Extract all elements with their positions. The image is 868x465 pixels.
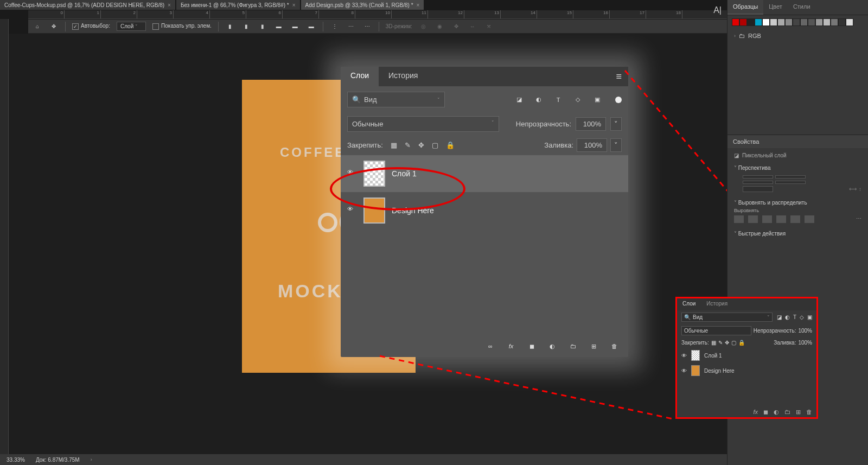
tab-history[interactable]: История bbox=[379, 67, 427, 86]
visibility-icon[interactable]: 👁 bbox=[347, 206, 357, 215]
flip-v-icon[interactable]: ↕ bbox=[859, 186, 861, 192]
lock-paint-icon[interactable]: ✎ bbox=[718, 340, 723, 346]
delete-layer-icon[interactable]: 🗑 bbox=[609, 341, 620, 352]
align-left-icon[interactable]: ▮ bbox=[225, 22, 235, 31]
filter-shape-icon[interactable]: ◇ bbox=[800, 314, 804, 320]
align-top-icon[interactable]: ▬ bbox=[274, 22, 284, 31]
section-quick[interactable]: Быстрые действия bbox=[734, 228, 861, 239]
swatch[interactable] bbox=[846, 18, 853, 26]
fill-flyout[interactable]: ˅ bbox=[610, 138, 622, 152]
lock-artboard-icon[interactable]: ▢ bbox=[432, 141, 438, 149]
lock-transparency-icon[interactable]: ▦ bbox=[391, 141, 397, 149]
layer-row[interactable]: 👁 Design Here bbox=[341, 192, 628, 229]
zoom-level[interactable]: 33.33% bbox=[7, 457, 25, 463]
swatch[interactable] bbox=[815, 18, 823, 26]
swatch[interactable] bbox=[755, 18, 762, 26]
layer-name[interactable]: Design Here bbox=[704, 368, 735, 374]
group-icon[interactable]: 🗀 bbox=[567, 341, 578, 352]
adjustment-layer-icon[interactable]: ◐ bbox=[547, 341, 558, 352]
close-icon[interactable]: × bbox=[168, 2, 171, 8]
filter-adjustment-icon[interactable]: ◐ bbox=[534, 95, 544, 105]
align-center-v-icon[interactable]: ▬ bbox=[290, 22, 300, 31]
new-layer-icon[interactable]: ⊞ bbox=[796, 409, 801, 416]
width-field[interactable] bbox=[743, 175, 773, 179]
filter-pixel-icon[interactable]: ◪ bbox=[777, 314, 782, 320]
layer-name[interactable]: Слой 1 bbox=[704, 353, 722, 359]
angle-field[interactable] bbox=[743, 186, 773, 192]
layer-row[interactable]: 👁 Слой 1 bbox=[341, 155, 628, 192]
align-btn[interactable] bbox=[748, 215, 758, 223]
align-center-h-icon[interactable]: ▮ bbox=[241, 22, 251, 31]
document-tab[interactable]: Add Design.psb @ 33,3% (Слой 1, RGB/8) *… bbox=[301, 0, 424, 10]
blend-mode-dropdown[interactable]: Обычные bbox=[681, 326, 751, 335]
visibility-icon[interactable]: 👁 bbox=[681, 368, 687, 374]
lock-all-icon[interactable]: 🔒 bbox=[738, 340, 745, 346]
tab-color[interactable]: Цвет bbox=[763, 0, 788, 15]
visibility-icon[interactable]: 👁 bbox=[681, 353, 687, 359]
document-tab[interactable]: Coffee-Cups-Mockup.psd @ 16,7% (ADD DESI… bbox=[0, 0, 175, 10]
align-btn[interactable] bbox=[734, 215, 744, 223]
align-btn[interactable] bbox=[790, 215, 800, 223]
lock-transparency-icon[interactable]: ▦ bbox=[711, 340, 716, 346]
swatch[interactable] bbox=[785, 18, 793, 26]
lock-position-icon[interactable]: ✥ bbox=[725, 340, 729, 346]
opacity-value[interactable]: 100% bbox=[576, 117, 606, 131]
filter-smart-icon[interactable]: ▣ bbox=[807, 314, 812, 320]
filter-adjustment-icon[interactable]: ◐ bbox=[785, 314, 790, 320]
swatch[interactable] bbox=[762, 18, 770, 26]
layer-row[interactable]: 👁 Слой 1 bbox=[677, 348, 816, 363]
link-layers-icon[interactable]: ∞ bbox=[485, 341, 496, 352]
scale-icon[interactable]: ⤧ bbox=[484, 22, 494, 31]
tab-layers[interactable]: Слои bbox=[341, 67, 379, 86]
layer-thumbnail[interactable] bbox=[691, 365, 700, 376]
layer-search[interactable]: 🔍Вид˅ bbox=[681, 313, 773, 322]
layer-mask-icon[interactable]: ◼ bbox=[526, 341, 537, 352]
align-btn[interactable] bbox=[762, 215, 772, 223]
y-field[interactable] bbox=[775, 181, 806, 184]
tab-swatches[interactable]: Образцы bbox=[727, 0, 763, 15]
swatch[interactable] bbox=[831, 18, 838, 26]
fill-value[interactable]: 100% bbox=[798, 340, 812, 346]
move-tool-icon[interactable]: ✥ bbox=[49, 22, 59, 31]
align-btn[interactable] bbox=[805, 215, 814, 223]
tab-layers[interactable]: Слои bbox=[677, 298, 701, 310]
filter-shape-icon[interactable]: ◇ bbox=[573, 95, 583, 105]
opacity-flyout[interactable]: ˅ bbox=[610, 117, 622, 131]
glyphs-panel-icon[interactable]: A| bbox=[713, 5, 722, 15]
filter-pixel-icon[interactable]: ◪ bbox=[514, 95, 524, 105]
layer-thumbnail[interactable] bbox=[691, 350, 700, 361]
distribute-v-icon[interactable]: ⋯ bbox=[346, 22, 356, 31]
layer-name[interactable]: Слой 1 bbox=[392, 169, 417, 178]
swatch[interactable] bbox=[808, 18, 815, 26]
layer-mask-icon[interactable]: ◼ bbox=[763, 409, 768, 416]
section-transform[interactable]: Перспектива bbox=[734, 163, 861, 173]
visibility-icon[interactable]: 👁 bbox=[347, 169, 357, 179]
filter-type-icon[interactable]: T bbox=[793, 314, 796, 320]
layer-thumbnail[interactable] bbox=[363, 161, 385, 187]
close-icon[interactable]: × bbox=[292, 2, 296, 8]
filter-toggle[interactable] bbox=[615, 97, 622, 103]
section-align[interactable]: Выровнять и распределить bbox=[734, 198, 861, 208]
blend-mode-dropdown[interactable]: Обычные˅ bbox=[347, 116, 499, 132]
lock-artboard-icon[interactable]: ▢ bbox=[731, 340, 736, 346]
more-icon[interactable]: ⋯ bbox=[856, 215, 861, 223]
swatch[interactable] bbox=[823, 18, 831, 26]
autoselect-check[interactable]: Автовыбор: bbox=[72, 23, 110, 29]
autoselect-target[interactable]: Слой ˅ bbox=[117, 22, 146, 31]
orbit-icon[interactable]: ◎ bbox=[419, 22, 429, 31]
filter-smart-icon[interactable]: ▣ bbox=[592, 95, 602, 105]
new-layer-icon[interactable]: ⊞ bbox=[588, 341, 599, 352]
pan-icon[interactable]: ✥ bbox=[451, 22, 461, 31]
swatch[interactable] bbox=[777, 18, 785, 26]
swatch[interactable] bbox=[770, 18, 777, 26]
swatch[interactable] bbox=[732, 18, 739, 26]
layer-thumbnail[interactable] bbox=[363, 198, 385, 224]
opacity-value[interactable]: 100% bbox=[798, 328, 812, 334]
tab-history[interactable]: История bbox=[701, 298, 733, 310]
close-icon[interactable]: × bbox=[417, 2, 420, 8]
align-btn[interactable] bbox=[776, 215, 786, 223]
filter-type-icon[interactable]: T bbox=[553, 95, 563, 105]
swatch[interactable] bbox=[747, 18, 755, 26]
delete-layer-icon[interactable]: 🗑 bbox=[806, 409, 812, 415]
group-icon[interactable]: 🗀 bbox=[784, 409, 790, 415]
